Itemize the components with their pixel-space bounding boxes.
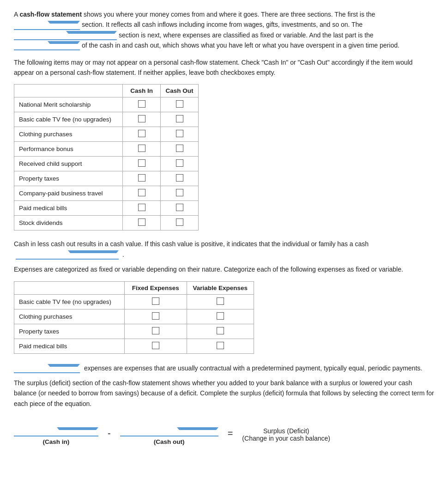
cash-in-cell[interactable] bbox=[123, 97, 161, 112]
variable-cell[interactable] bbox=[187, 324, 254, 339]
para1-text3: section is next, where expenses are clas… bbox=[119, 31, 374, 39]
cash-table-row: Clothing purchases bbox=[14, 127, 199, 142]
dropdown5-arrow bbox=[48, 364, 80, 372]
cash-out-cell[interactable] bbox=[161, 186, 199, 201]
para1-text2: section. It reflects all cash inflows in… bbox=[82, 21, 363, 28]
cash-in-cell[interactable] bbox=[123, 201, 161, 216]
cash-out-checkbox[interactable] bbox=[176, 218, 183, 226]
fixed-cell[interactable] bbox=[124, 309, 187, 324]
dropdown5[interactable] bbox=[14, 364, 80, 373]
cash-row-label: Stock dividends bbox=[14, 216, 123, 230]
variable-checkbox[interactable] bbox=[217, 327, 224, 334]
cash-table-row: Paid medical bills bbox=[14, 201, 199, 216]
para3-end: . bbox=[122, 251, 124, 258]
dropdown1[interactable] bbox=[14, 21, 80, 30]
variable-cell[interactable] bbox=[187, 339, 254, 353]
eq-cashout-label: (Cash out) bbox=[154, 438, 185, 445]
eq-operator1: - bbox=[108, 427, 111, 439]
cash-in-checkbox[interactable] bbox=[138, 115, 145, 122]
cash-out-checkbox[interactable] bbox=[176, 130, 183, 137]
eq-dropdown-right[interactable] bbox=[120, 427, 218, 436]
variable-cell[interactable] bbox=[187, 294, 254, 309]
dropdown2[interactable] bbox=[14, 31, 117, 40]
cash-table-row: Stock dividends bbox=[14, 216, 199, 230]
cash-table-row: Property taxes bbox=[14, 171, 199, 186]
expense-row-label: Basic cable TV fee (no upgrades) bbox=[14, 294, 125, 309]
cash-out-checkbox[interactable] bbox=[176, 174, 183, 182]
dropdown3-arrow bbox=[48, 41, 80, 49]
bold-cashflow: cash-flow statement bbox=[19, 11, 82, 18]
expense-row-label: Clothing purchases bbox=[14, 309, 125, 324]
dropdown4-arrow bbox=[68, 250, 119, 259]
fixed-checkbox[interactable] bbox=[152, 297, 159, 305]
fixed-cell[interactable] bbox=[124, 324, 187, 339]
eq-cashin-label: (Cash in) bbox=[43, 438, 70, 445]
eq-dropdown-left[interactable] bbox=[14, 427, 98, 436]
cash-in-checkbox[interactable] bbox=[138, 189, 145, 196]
cash-out-cell[interactable] bbox=[161, 142, 199, 157]
exp-col-fixed: Fixed Expenses bbox=[124, 281, 187, 294]
dropdown5-value bbox=[14, 364, 46, 372]
cash-out-checkbox[interactable] bbox=[176, 145, 183, 152]
fixed-checkbox[interactable] bbox=[152, 312, 159, 320]
cash-in-cell[interactable] bbox=[123, 127, 161, 142]
cash-row-label: Clothing purchases bbox=[14, 127, 123, 142]
cash-in-checkbox[interactable] bbox=[138, 159, 145, 167]
variable-checkbox[interactable] bbox=[217, 312, 224, 320]
expense-table-row: Basic cable TV fee (no upgrades) bbox=[14, 294, 254, 309]
cash-out-checkbox[interactable] bbox=[176, 115, 183, 122]
dropdown4[interactable] bbox=[16, 250, 119, 260]
cash-in-cell[interactable] bbox=[123, 186, 161, 201]
para6: The surplus (deficit) section of the cas… bbox=[14, 378, 434, 409]
cash-in-cell[interactable] bbox=[123, 216, 161, 230]
para2: The following items may or may not appea… bbox=[14, 57, 434, 78]
eq-dropdown-right-arrow bbox=[177, 427, 218, 436]
expense-row-label: Property taxes bbox=[14, 324, 125, 339]
fixed-checkbox[interactable] bbox=[152, 327, 159, 334]
cash-in-checkbox[interactable] bbox=[138, 145, 145, 152]
cash-out-cell[interactable] bbox=[161, 97, 199, 112]
cash-in-checkbox[interactable] bbox=[138, 204, 145, 211]
cash-in-checkbox[interactable] bbox=[138, 174, 145, 182]
variable-cell[interactable] bbox=[187, 309, 254, 324]
cash-in-cell[interactable] bbox=[123, 142, 161, 157]
cash-out-cell[interactable] bbox=[161, 201, 199, 216]
eq-dropdown-right-value bbox=[120, 427, 176, 436]
cash-row-label: Property taxes bbox=[14, 171, 123, 186]
cash-in-cell[interactable] bbox=[123, 112, 161, 127]
variable-checkbox[interactable] bbox=[217, 342, 224, 349]
cash-out-cell[interactable] bbox=[161, 112, 199, 127]
dropdown3[interactable] bbox=[14, 41, 80, 50]
fixed-checkbox[interactable] bbox=[152, 342, 159, 349]
cash-out-checkbox[interactable] bbox=[176, 204, 183, 211]
cash-out-checkbox[interactable] bbox=[176, 189, 183, 196]
eq-result: Surplus (Deficit) (Change in your cash b… bbox=[242, 427, 330, 442]
eq-result-top: Surplus (Deficit) bbox=[263, 427, 309, 435]
cash-out-cell[interactable] bbox=[161, 127, 199, 142]
cash-out-cell[interactable] bbox=[161, 216, 199, 230]
cash-in-cell[interactable] bbox=[123, 157, 161, 171]
exp-col-variable: Variable Expenses bbox=[187, 281, 254, 294]
cash-out-cell[interactable] bbox=[161, 171, 199, 186]
cash-table-row: National Merit scholarship bbox=[14, 97, 199, 112]
cash-table-row: Performance bonus bbox=[14, 142, 199, 157]
cash-out-checkbox[interactable] bbox=[176, 100, 183, 108]
cash-out-checkbox[interactable] bbox=[176, 159, 183, 167]
variable-checkbox[interactable] bbox=[217, 297, 224, 305]
fixed-cell[interactable] bbox=[124, 294, 187, 309]
cash-in-checkbox[interactable] bbox=[138, 100, 145, 108]
cash-table-row: Basic cable TV fee (no upgrades) bbox=[14, 112, 199, 127]
cash-row-label: Performance bonus bbox=[14, 142, 123, 157]
cash-table: Cash In Cash Out National Merit scholars… bbox=[14, 84, 199, 230]
cash-table-row: Received child support bbox=[14, 157, 199, 171]
cash-row-label: Received child support bbox=[14, 157, 123, 171]
eq-result-bottom: (Change in your cash balance) bbox=[242, 435, 330, 442]
cash-out-cell[interactable] bbox=[161, 157, 199, 171]
cash-in-checkbox[interactable] bbox=[138, 130, 145, 137]
cash-in-checkbox[interactable] bbox=[138, 218, 145, 226]
cash-in-cell[interactable] bbox=[123, 171, 161, 186]
expense-table-row: Property taxes bbox=[14, 324, 254, 339]
equation-section: (Cash in) - (Cash out) = Surplus (Defici… bbox=[14, 427, 434, 450]
fixed-cell[interactable] bbox=[124, 339, 187, 353]
para1-text1: shows you where your money comes from an… bbox=[84, 11, 375, 18]
